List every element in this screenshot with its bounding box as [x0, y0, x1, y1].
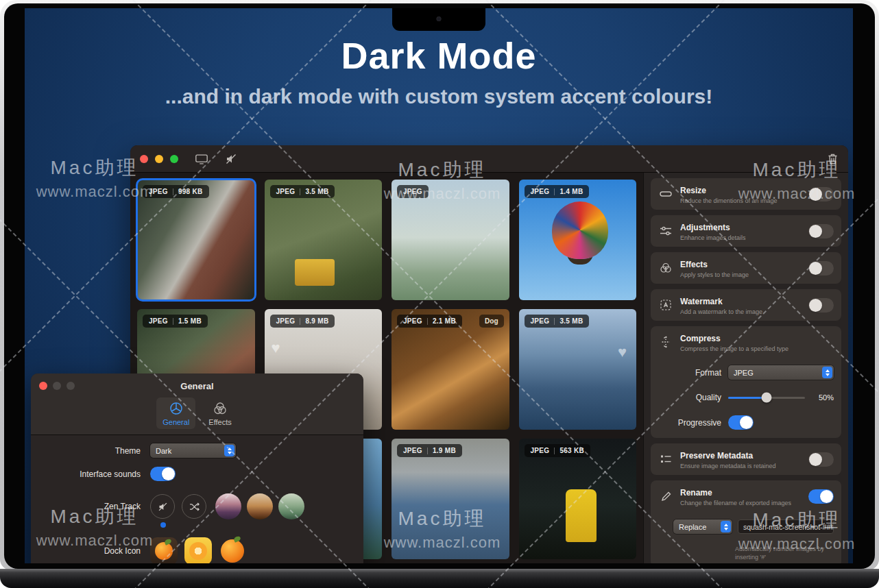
dock-icon-dark[interactable] [150, 537, 178, 563]
prefs-titlebar: General General [31, 373, 363, 435]
option-title: Watermark [680, 297, 723, 306]
effects-option-card[interactable]: Effects Apply styles to the image [651, 252, 841, 284]
zen-track-label: Zen Track [31, 502, 141, 511]
filename-input[interactable]: squash-mac-screenshot-### [738, 519, 834, 534]
option-desc: Apply styles to the image [680, 271, 802, 278]
quality-slider[interactable] [728, 397, 805, 399]
photo-thumbnail[interactable]: JPEG3.5 MB [265, 180, 383, 300]
mute-icon[interactable] [225, 153, 237, 165]
watermark-icon [658, 299, 673, 310]
metadata-list-icon [658, 454, 673, 464]
zoom-button[interactable] [170, 155, 178, 163]
photo-thumbnail[interactable]: JPEG998 KB [137, 180, 255, 300]
format-select[interactable]: JPEG [728, 365, 834, 380]
display-icon[interactable] [195, 153, 208, 165]
rename-toggle[interactable] [808, 489, 834, 504]
adjustments-option-card[interactable]: Adjustments Enhance images details [651, 215, 841, 247]
tab-label: Effects [208, 418, 231, 426]
dock-icon-yellow[interactable] [184, 537, 212, 563]
preserve-metadata-card[interactable]: Preserve Metadata Ensure image metadata … [651, 443, 841, 475]
close-button[interactable] [140, 155, 148, 163]
rename-pencil-icon [658, 491, 673, 502]
format-size-badge: JPEG3.5 MB [525, 315, 590, 328]
general-gear-icon [169, 401, 184, 416]
theme-select[interactable]: Dark [150, 443, 236, 458]
effects-icon [658, 262, 673, 273]
photo-thumbnail[interactable]: JPEG1.9 MB [392, 439, 509, 559]
macbook-mockup: Dark Mode ...and in dark mode with custo… [0, 0, 879, 588]
format-size-badge: JPEG998 KB [143, 185, 209, 198]
photo-thumbnail[interactable]: JPEG1.4 MB [519, 180, 637, 300]
option-title: Compress [680, 334, 721, 343]
stepper-icon [224, 445, 234, 456]
laptop-base [0, 569, 879, 588]
rename-mode-select[interactable]: Replace [673, 519, 732, 534]
photo-thumbnail[interactable]: JPEG563 KB [519, 439, 637, 559]
stepper-icon [822, 367, 832, 378]
preserve-metadata-toggle[interactable] [808, 452, 834, 467]
option-title: Resize [680, 186, 706, 195]
watermark-option-card[interactable]: Watermark Add a watermark to the image [651, 289, 841, 321]
stepper-icon [721, 521, 731, 532]
rename-helper-text: Automatically number images by inserting… [735, 545, 845, 561]
dock-icon-label: Dock Icon [31, 546, 141, 556]
format-size-badge: JPEG [397, 185, 429, 198]
option-desc: Compress the image to a specified type [680, 345, 834, 352]
photo-thumbnail[interactable]: JPEG [392, 180, 509, 300]
quality-label: Quality [658, 393, 721, 402]
photo-thumbnail[interactable]: JPEG3.5 MB ♥ [519, 309, 637, 430]
display-notch [392, 8, 485, 31]
format-size-badge: JPEG1.4 MB [525, 185, 590, 198]
interface-sounds-label: Interface sounds [31, 469, 141, 479]
format-size-badge: JPEG8.9 MB [270, 315, 335, 328]
trash-icon[interactable] [827, 153, 839, 165]
tab-general[interactable]: General [156, 397, 195, 429]
interface-sounds-toggle[interactable] [150, 467, 176, 481]
hero-title: Dark Mode [25, 34, 853, 77]
resize-icon [658, 190, 673, 198]
resize-option-card[interactable]: Resize Reduce the dimentions of an image [651, 178, 841, 210]
progressive-toggle[interactable] [728, 415, 754, 430]
option-desc: Ensure image metadata is retained [680, 463, 802, 469]
zen-selection-dot [160, 522, 166, 528]
format-size-badge: JPEG3.5 MB [270, 185, 335, 198]
format-size-badge: JPEG563 KB [525, 444, 591, 457]
options-sidebar: Resize Reduce the dimentions of an image… [643, 173, 848, 563]
zen-mute-button[interactable] [150, 494, 175, 519]
effects-toggle[interactable] [808, 261, 834, 275]
watermark-toggle[interactable] [808, 298, 834, 313]
tab-label: General [162, 418, 189, 426]
keyword-tag: Dog [479, 315, 503, 328]
option-title: Preserve Metadata [680, 451, 753, 461]
zen-shuffle-button[interactable] [182, 494, 206, 519]
photo-thumbnail[interactable]: JPEG2.1 MB Dog [392, 309, 509, 430]
option-desc: Add a watermark to the image [680, 308, 802, 315]
resize-toggle[interactable] [808, 187, 834, 201]
preferences-window: General General [31, 373, 363, 563]
dock-icon-plain[interactable] [219, 537, 246, 563]
progressive-label: Progressive [658, 418, 721, 428]
zen-track-art-mountains[interactable] [215, 493, 241, 519]
screen: Dark Mode ...and in dark mode with custo… [25, 8, 853, 563]
format-label: Format [658, 368, 721, 378]
adjustments-toggle[interactable] [808, 224, 834, 238]
rename-option-card[interactable]: Rename Change the filename of exported i… [651, 480, 841, 563]
quality-value: 50% [819, 393, 834, 402]
tab-effects[interactable]: Effects [202, 397, 237, 429]
option-title: Rename [680, 488, 712, 498]
effects-circles-icon [213, 401, 228, 416]
format-size-badge: JPEG2.1 MB [397, 315, 462, 328]
option-desc: Enhance images details [680, 234, 802, 241]
format-size-badge: JPEG1.5 MB [143, 315, 208, 328]
format-size-badge: JPEG1.9 MB [397, 444, 462, 457]
zen-track-art-autumn-tree[interactable] [247, 493, 273, 519]
prefs-window-title: General [31, 381, 363, 391]
zen-track-art-green-valley[interactable] [278, 493, 304, 519]
compress-option-card[interactable]: Compress Compress the image to a specifi… [651, 326, 841, 438]
main-titlebar [130, 145, 848, 173]
hero-subtitle: ...and in dark mode with custom system a… [25, 85, 853, 108]
minimize-button[interactable] [155, 155, 163, 163]
compress-icon [658, 336, 673, 348]
favorite-heart-icon[interactable]: ♥ [272, 341, 280, 356]
favorite-heart-icon[interactable]: ♥ [618, 345, 627, 360]
